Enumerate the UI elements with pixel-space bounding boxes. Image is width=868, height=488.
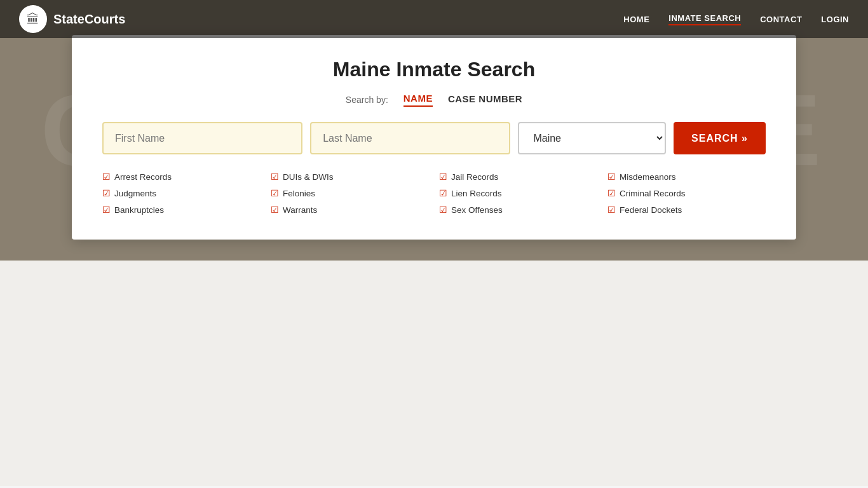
checklist-label: Criminal Records	[620, 189, 686, 198]
list-item: ☑ Arrest Records	[102, 170, 261, 184]
list-item: ☑ Jail Records	[439, 170, 597, 184]
search-card: Maine Inmate Search Search by: NAME CASE…	[72, 35, 796, 240]
checklist-label: DUIs & DWIs	[283, 172, 334, 182]
tab-name[interactable]: NAME	[403, 93, 433, 107]
list-item: ☑ Misdemeanors	[607, 170, 766, 184]
nav-links: HOME INMATE SEARCH CONTACT LOGIN	[623, 13, 849, 25]
nav-inmate-search[interactable]: INMATE SEARCH	[668, 13, 741, 25]
search-button[interactable]: SEARCH »	[674, 122, 766, 154]
nav-login[interactable]: LOGIN	[821, 15, 849, 24]
check-icon: ☑	[102, 172, 111, 182]
check-icon: ☑	[271, 188, 279, 198]
check-icon: ☑	[439, 188, 447, 198]
checklist-label: Judgments	[114, 189, 156, 198]
navbar: 🏛 StateCourts HOME INMATE SEARCH CONTACT…	[0, 0, 868, 38]
state-select[interactable]: Maine	[518, 122, 666, 154]
checklist-label: Arrest Records	[114, 172, 172, 182]
checklist-label: Sex Offenses	[451, 205, 503, 215]
check-icon: ☑	[102, 205, 111, 215]
search-by-label: Search by:	[346, 95, 388, 105]
list-item: ☑ DUIs & DWIs	[271, 170, 429, 184]
last-name-input[interactable]	[310, 122, 510, 154]
list-item: ☑ Lien Records	[439, 186, 597, 200]
list-item: ☑ Sex Offenses	[439, 203, 597, 217]
checklist-label: Jail Records	[451, 172, 498, 182]
list-item: ☑ Criminal Records	[607, 186, 766, 200]
brand-link[interactable]: 🏛 StateCourts	[19, 5, 125, 33]
checklist-label: Lien Records	[451, 189, 502, 198]
list-item: ☑ Federal Dockets	[607, 203, 766, 217]
checklist-label: Bankruptcies	[114, 205, 164, 215]
nav-contact[interactable]: CONTACT	[760, 15, 802, 24]
tab-case-number[interactable]: CASE NUMBER	[448, 93, 522, 106]
search-row: Maine SEARCH »	[102, 122, 766, 154]
check-icon: ☑	[439, 172, 447, 182]
checklist-label: Misdemeanors	[620, 172, 676, 182]
search-title: Maine Inmate Search	[102, 58, 766, 81]
checklist-label: Federal Dockets	[620, 205, 682, 215]
check-icon: ☑	[607, 172, 616, 182]
brand-logo: 🏛	[19, 5, 47, 33]
search-tabs: Search by: NAME CASE NUMBER	[102, 93, 766, 107]
checklist-grid: ☑ Arrest Records ☑ DUIs & DWIs ☑ Jail Re…	[102, 170, 766, 217]
list-item: ☑ Bankruptcies	[102, 203, 261, 217]
check-icon: ☑	[271, 172, 279, 182]
list-item: ☑ Felonies	[271, 186, 429, 200]
check-icon: ☑	[102, 188, 111, 198]
nav-home[interactable]: HOME	[623, 15, 649, 24]
check-icon: ☑	[607, 188, 616, 198]
checklist-label: Warrants	[283, 205, 317, 215]
first-name-input[interactable]	[102, 122, 302, 154]
check-icon: ☑	[271, 205, 279, 215]
check-icon: ☑	[439, 205, 447, 215]
brand-name: StateCourts	[53, 12, 125, 27]
list-item: ☑ Warrants	[271, 203, 429, 217]
list-item: ☑ Judgments	[102, 186, 261, 200]
check-icon: ☑	[607, 205, 616, 215]
checklist-label: Felonies	[283, 189, 315, 198]
